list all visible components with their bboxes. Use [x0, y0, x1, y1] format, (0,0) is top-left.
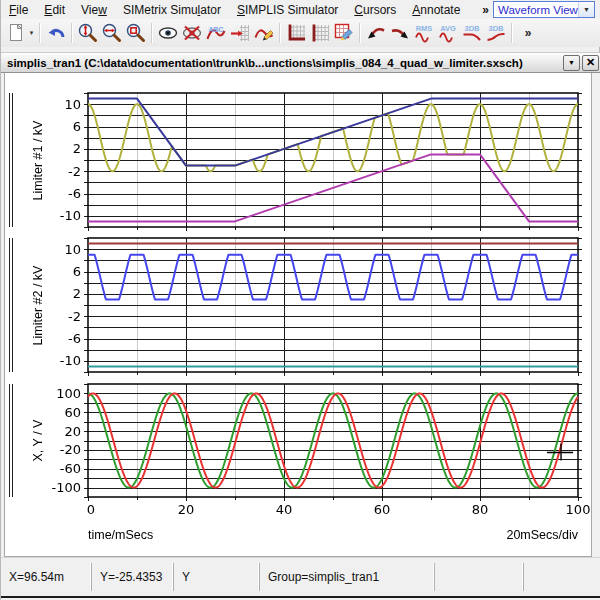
hide-curve-button[interactable] [180, 21, 204, 45]
new-waveform-document-button[interactable]: ▼ [4, 21, 36, 45]
menu-item-annotate[interactable]: Annotate [404, 1, 468, 19]
curve-to-axis-icon [229, 22, 251, 44]
toolbar-separator [71, 23, 73, 43]
waveform-viewer-window: FileEditViewSIMetrix SimulatorSIMPLIS Si… [0, 0, 600, 600]
edit-axis-icon [333, 22, 355, 44]
cursor-x-readout: X=96.54m [1, 563, 91, 591]
svg-text:3DB: 3DB [464, 24, 480, 33]
new-waveform-document-icon [6, 22, 28, 44]
toolbar-overflow-icon: » [517, 22, 539, 44]
edit-axis-button[interactable] [332, 21, 356, 45]
toolbar-separator [359, 23, 361, 43]
yaxis-label-limiter1: Limiter #1 / kV [31, 91, 46, 231]
svg-text:3DB: 3DB [488, 24, 504, 33]
status-spare-1 [434, 563, 523, 591]
tab-list-button[interactable]: ▼ [563, 55, 580, 71]
document-title-bar[interactable]: simplis_tran1 (C:\data\documentation\tru… [1, 52, 600, 73]
edit-curve-button[interactable] [252, 21, 276, 45]
3db-highpass-icon: 3DB [485, 22, 507, 44]
status-spare-2 [523, 563, 600, 591]
xaxis-title: time/mSecs [88, 528, 153, 542]
zoom-box-icon [125, 22, 147, 44]
label-curve-icon: ABC [205, 22, 227, 44]
chevron-down-icon[interactable]: ▼ [578, 2, 594, 17]
undo-icon [45, 22, 67, 44]
avg-button[interactable]: AVG [436, 21, 460, 45]
move-curve-next-icon [389, 22, 411, 44]
yaxis-label-xy: X, Y / V [31, 371, 46, 511]
toolbar-separator [511, 23, 513, 43]
label-curve-button[interactable]: ABC [204, 21, 228, 45]
viewer-mode-value: Waveform Viewer [494, 4, 578, 16]
svg-text:RMS: RMS [416, 24, 433, 33]
edit-curve-icon [253, 22, 275, 44]
menu-item-simplis-simulator[interactable]: SIMPLIS Simulator [229, 1, 346, 19]
plot-limiter1[interactable] [88, 93, 578, 227]
3db-highpass-button[interactable]: 3DB [484, 21, 508, 45]
menu-item-simetrix-simulator[interactable]: SIMetrix Simulator [115, 1, 229, 19]
rms-button[interactable]: RMS [412, 21, 436, 45]
chevron-down-icon[interactable]: ▼ [29, 30, 35, 36]
toolbar: ▼ABCRMSAVG3DB3DB» [1, 19, 600, 47]
zoom-x-icon [101, 22, 123, 44]
show-curve-button[interactable] [156, 21, 180, 45]
svg-text:ABC: ABC [208, 26, 223, 33]
menu-item-file[interactable]: File [1, 1, 36, 19]
move-curve-previous-button[interactable] [364, 21, 388, 45]
viewer-mode-select[interactable]: Waveform Viewer ▼ [493, 1, 595, 18]
zoom-y-button[interactable] [76, 21, 100, 45]
rms-icon: RMS [413, 22, 435, 44]
document-title: simplis_tran1 (C:\data\documentation\tru… [1, 57, 563, 69]
menu-item-view[interactable]: View [73, 1, 115, 19]
hide-curve-icon [181, 22, 203, 44]
plot-limiter2[interactable] [88, 238, 578, 372]
waveform-plot-panel: Limiter #1 / kV Limiter #2 / kV X, Y / V… [1, 73, 600, 557]
zoom-y-icon [77, 22, 99, 44]
3db-lowpass-button[interactable]: 3DB [460, 21, 484, 45]
3db-lowpass-icon: 3DB [461, 22, 483, 44]
add-grid-button[interactable] [308, 21, 332, 45]
add-axis-button[interactable] [284, 21, 308, 45]
svg-text:»: » [525, 26, 532, 40]
toolbar-separator [151, 23, 153, 43]
xaxis-per-div: 20mSecs/div [506, 528, 578, 542]
avg-icon: AVG [437, 22, 459, 44]
status-bar: X=96.54mY=-25.4353YGroup=simplis_tran1 [1, 557, 600, 600]
cursor-y-readout: Y=-25.4353 [91, 563, 173, 591]
curve-to-axis-button[interactable] [228, 21, 252, 45]
menu-overflow-icon[interactable]: » [478, 3, 493, 17]
zoom-box-button[interactable] [124, 21, 148, 45]
add-grid-icon [309, 22, 331, 44]
yaxis-label-limiter2: Limiter #2 / kV [31, 236, 46, 376]
toolbar-overflow-button[interactable]: » [516, 21, 540, 45]
group-name: Group=simplis_tran1 [259, 563, 434, 591]
menu-bar: FileEditViewSIMetrix SimulatorSIMPLIS Si… [1, 0, 600, 19]
close-tab-button[interactable]: ✕ [582, 55, 599, 71]
zoom-x-button[interactable] [100, 21, 124, 45]
plot-xy[interactable] [88, 384, 578, 497]
menu-item-edit[interactable]: Edit [36, 1, 73, 19]
menu-item-cursors[interactable]: Cursors [346, 1, 404, 19]
svg-text:AVG: AVG [440, 24, 456, 33]
undo-button[interactable] [44, 21, 68, 45]
move-curve-next-button[interactable] [388, 21, 412, 45]
window-bottom-edge [1, 596, 600, 598]
show-curve-icon [157, 22, 179, 44]
toolbar-separator [39, 23, 41, 43]
add-axis-icon [285, 22, 307, 44]
selected-curve: Y [173, 563, 259, 591]
move-curve-previous-icon [365, 22, 387, 44]
toolbar-separator [279, 23, 281, 43]
